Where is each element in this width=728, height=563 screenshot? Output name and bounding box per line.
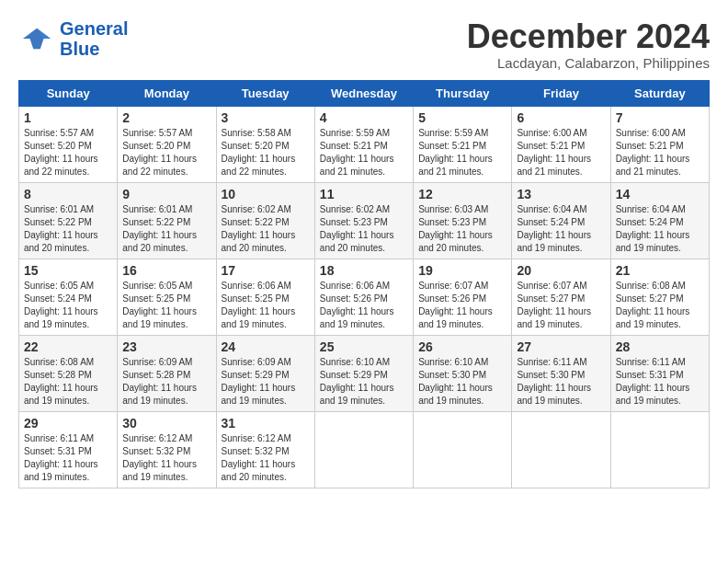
day-number: 5 [418,110,506,125]
calendar-cell: 10Sunrise: 6:02 AM Sunset: 5:22 PM Dayli… [216,182,314,259]
calendar-cell: 25Sunrise: 6:10 AM Sunset: 5:29 PM Dayli… [314,335,413,411]
calendar-week-2: 8Sunrise: 6:01 AM Sunset: 5:22 PM Daylig… [19,182,710,259]
calendar-cell [512,411,610,488]
day-info: Sunrise: 6:05 AM Sunset: 5:24 PM Dayligh… [24,280,112,331]
logo-text: General Blue [60,18,128,59]
day-info: Sunrise: 6:01 AM Sunset: 5:22 PM Dayligh… [122,203,210,255]
weekday-tuesday: Tuesday [216,80,314,106]
calendar-header: SundayMondayTuesdayWednesdayThursdayFrid… [19,80,710,106]
day-number: 2 [122,110,210,125]
day-info: Sunrise: 5:57 AM Sunset: 5:20 PM Dayligh… [122,127,210,178]
day-number: 17 [222,263,310,278]
location: Lacdayan, Calabarzon, Philippines [467,55,710,71]
calendar-cell: 4Sunrise: 5:59 AM Sunset: 5:21 PM Daylig… [314,106,413,182]
day-info: Sunrise: 6:10 AM Sunset: 5:29 PM Dayligh… [320,356,408,408]
weekday-monday: Monday [118,80,216,106]
calendar-cell: 7Sunrise: 6:00 AM Sunset: 5:21 PM Daylig… [610,106,709,182]
day-info: Sunrise: 6:01 AM Sunset: 5:22 PM Dayligh… [24,203,112,255]
calendar-cell: 17Sunrise: 6:06 AM Sunset: 5:25 PM Dayli… [216,259,314,335]
day-number: 16 [122,263,210,278]
calendar-cell: 28Sunrise: 6:11 AM Sunset: 5:31 PM Dayli… [610,335,709,411]
weekday-thursday: Thursday [414,80,512,106]
day-number: 29 [24,416,112,431]
day-info: Sunrise: 5:57 AM Sunset: 5:20 PM Dayligh… [24,127,112,178]
day-number: 22 [24,339,112,354]
calendar-week-3: 15Sunrise: 6:05 AM Sunset: 5:24 PM Dayli… [19,259,710,335]
day-number: 1 [24,110,112,125]
calendar-cell: 31Sunrise: 6:12 AM Sunset: 5:32 PM Dayli… [216,411,314,488]
title-block: December 2024 Lacdayan, Calabarzon, Phil… [467,18,710,71]
day-number: 3 [222,110,310,125]
calendar-cell: 15Sunrise: 6:05 AM Sunset: 5:24 PM Dayli… [19,259,118,335]
day-number: 9 [122,187,210,201]
calendar-cell: 1Sunrise: 5:57 AM Sunset: 5:20 PM Daylig… [19,106,118,182]
day-info: Sunrise: 6:00 AM Sunset: 5:21 PM Dayligh… [517,127,605,178]
day-number: 26 [418,339,506,354]
calendar-cell: 3Sunrise: 5:58 AM Sunset: 5:20 PM Daylig… [216,106,314,182]
day-info: Sunrise: 6:09 AM Sunset: 5:28 PM Dayligh… [122,356,210,408]
day-info: Sunrise: 6:00 AM Sunset: 5:21 PM Dayligh… [616,127,704,178]
month-title: December 2024 [467,18,710,55]
day-number: 4 [320,110,408,125]
calendar-cell [314,411,413,488]
calendar-cell: 5Sunrise: 5:59 AM Sunset: 5:21 PM Daylig… [414,106,512,182]
calendar-cell [414,411,512,488]
day-number: 15 [24,263,112,278]
day-number: 14 [616,187,704,201]
calendar-cell: 12Sunrise: 6:03 AM Sunset: 5:23 PM Dayli… [414,182,512,259]
day-number: 7 [616,110,704,125]
day-number: 10 [222,187,310,201]
day-number: 6 [517,110,605,125]
page-header: General Blue December 2024 Lacdayan, Cal… [18,18,710,71]
calendar-cell: 11Sunrise: 6:02 AM Sunset: 5:23 PM Dayli… [314,182,413,259]
day-info: Sunrise: 5:59 AM Sunset: 5:21 PM Dayligh… [320,127,408,178]
logo: General Blue [18,18,128,59]
day-info: Sunrise: 6:11 AM Sunset: 5:30 PM Dayligh… [517,356,605,408]
calendar: SundayMondayTuesdayWednesdayThursdayFrid… [18,80,710,488]
calendar-cell: 13Sunrise: 6:04 AM Sunset: 5:24 PM Dayli… [512,182,610,259]
calendar-cell: 9Sunrise: 6:01 AM Sunset: 5:22 PM Daylig… [118,182,216,259]
day-info: Sunrise: 6:04 AM Sunset: 5:24 PM Dayligh… [616,203,704,255]
calendar-cell: 8Sunrise: 6:01 AM Sunset: 5:22 PM Daylig… [19,182,118,259]
calendar-cell: 27Sunrise: 6:11 AM Sunset: 5:30 PM Dayli… [512,335,610,411]
day-number: 27 [517,339,605,354]
calendar-cell: 21Sunrise: 6:08 AM Sunset: 5:27 PM Dayli… [610,259,709,335]
day-number: 19 [418,263,506,278]
day-number: 24 [222,339,310,354]
day-number: 30 [122,416,210,431]
calendar-cell: 18Sunrise: 6:06 AM Sunset: 5:26 PM Dayli… [314,259,413,335]
day-info: Sunrise: 6:02 AM Sunset: 5:23 PM Dayligh… [320,203,408,255]
day-info: Sunrise: 6:08 AM Sunset: 5:27 PM Dayligh… [616,280,704,331]
calendar-week-5: 29Sunrise: 6:11 AM Sunset: 5:31 PM Dayli… [19,411,710,488]
calendar-cell: 30Sunrise: 6:12 AM Sunset: 5:32 PM Dayli… [118,411,216,488]
calendar-body: 1Sunrise: 5:57 AM Sunset: 5:20 PM Daylig… [19,106,710,488]
calendar-cell: 26Sunrise: 6:10 AM Sunset: 5:30 PM Dayli… [414,335,512,411]
calendar-cell: 22Sunrise: 6:08 AM Sunset: 5:28 PM Dayli… [19,335,118,411]
day-info: Sunrise: 6:11 AM Sunset: 5:31 PM Dayligh… [616,356,704,408]
calendar-cell: 6Sunrise: 6:00 AM Sunset: 5:21 PM Daylig… [512,106,610,182]
day-info: Sunrise: 5:59 AM Sunset: 5:21 PM Dayligh… [418,127,506,178]
day-info: Sunrise: 6:06 AM Sunset: 5:25 PM Dayligh… [222,280,310,331]
calendar-cell: 23Sunrise: 6:09 AM Sunset: 5:28 PM Dayli… [118,335,216,411]
day-info: Sunrise: 6:11 AM Sunset: 5:31 PM Dayligh… [24,432,112,484]
day-number: 28 [616,339,704,354]
logo-icon [18,25,55,52]
day-info: Sunrise: 6:12 AM Sunset: 5:32 PM Dayligh… [122,432,210,484]
calendar-cell: 16Sunrise: 6:05 AM Sunset: 5:25 PM Dayli… [118,259,216,335]
day-info: Sunrise: 6:04 AM Sunset: 5:24 PM Dayligh… [517,203,605,255]
day-number: 8 [24,187,112,201]
day-number: 20 [517,263,605,278]
day-info: Sunrise: 6:02 AM Sunset: 5:22 PM Dayligh… [222,203,310,255]
calendar-week-4: 22Sunrise: 6:08 AM Sunset: 5:28 PM Dayli… [19,335,710,411]
day-number: 18 [320,263,408,278]
calendar-cell: 20Sunrise: 6:07 AM Sunset: 5:27 PM Dayli… [512,259,610,335]
calendar-cell: 19Sunrise: 6:07 AM Sunset: 5:26 PM Dayli… [414,259,512,335]
weekday-header-row: SundayMondayTuesdayWednesdayThursdayFrid… [19,80,710,106]
day-number: 23 [122,339,210,354]
weekday-friday: Friday [512,80,610,106]
day-number: 12 [418,187,506,201]
day-info: Sunrise: 6:08 AM Sunset: 5:28 PM Dayligh… [24,356,112,408]
weekday-sunday: Sunday [19,80,118,106]
day-number: 13 [517,187,605,201]
day-info: Sunrise: 6:07 AM Sunset: 5:27 PM Dayligh… [517,280,605,331]
